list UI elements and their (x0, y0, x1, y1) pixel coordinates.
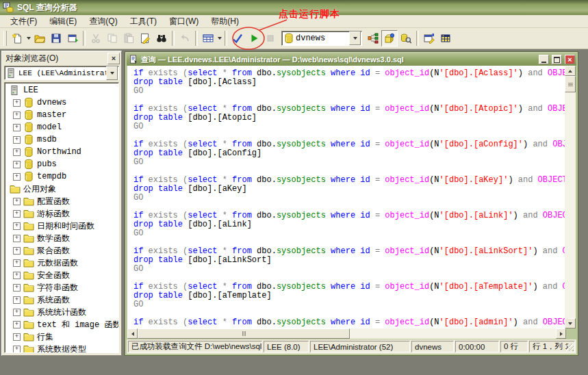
sql-editor[interactable]: if exists (select * from dbo.sysobjects … (127, 66, 566, 328)
expand-plus-icon[interactable]: + (13, 321, 21, 328)
tree-item-config-functions[interactable]: +配置函数 (5, 195, 118, 207)
expand-plus-icon[interactable]: + (13, 124, 21, 131)
find-icon (156, 33, 167, 44)
server-combo-arrow[interactable] (106, 66, 118, 80)
tree-item-lee-server[interactable]: LEE (5, 84, 118, 96)
clear-window-button[interactable] (137, 30, 153, 47)
object-search-button[interactable] (398, 30, 414, 47)
expand-plus-icon[interactable]: + (13, 148, 21, 156)
scroll-left-button[interactable] (127, 328, 138, 339)
execute-query-button[interactable] (246, 30, 262, 47)
find-button[interactable] (153, 30, 170, 47)
menu-window[interactable]: 窗口(W) (163, 14, 205, 29)
play-icon (248, 33, 259, 44)
tree-item-aggregate-functions[interactable]: +聚合函数 (5, 244, 118, 257)
tree-item-metadata-functions[interactable]: +元数据函数 (5, 257, 118, 269)
expand-plus-icon[interactable]: + (13, 333, 21, 341)
expand-plus-icon[interactable]: + (13, 346, 21, 353)
tree-item-common-objects[interactable]: 公用对象 (5, 183, 118, 195)
expand-plus-icon[interactable]: + (13, 235, 21, 242)
parse-query-button[interactable] (229, 30, 246, 47)
object-browser-toggle-button[interactable] (381, 30, 398, 47)
scroll-right-button[interactable] (556, 328, 566, 339)
folder-icon (23, 319, 34, 330)
database-icon (23, 122, 34, 133)
tree-item-security-functions[interactable]: +安全函数 (5, 269, 118, 281)
server-combo[interactable]: LEE (LEE\Administrat (4, 66, 119, 80)
save-icon (51, 33, 62, 44)
new-query-button-dropdown[interactable] (25, 30, 31, 47)
connection-properties-button[interactable] (421, 30, 437, 47)
expand-plus-icon[interactable]: + (13, 161, 21, 168)
expand-plus-icon[interactable]: + (13, 272, 21, 279)
execute-mode-button[interactable] (200, 30, 216, 47)
code-line: drop table [dbo].[Atopic] (133, 114, 566, 122)
object-browser-title: 对象浏览器(O) (5, 53, 107, 64)
execute-mode-button-dropdown[interactable] (216, 30, 222, 47)
tree-item-model[interactable]: +model (5, 121, 118, 133)
expand-plus-icon[interactable]: + (13, 198, 21, 205)
expand-plus-icon[interactable]: + (13, 284, 21, 292)
folder-icon (23, 282, 34, 293)
menu-help[interactable]: 帮助(H) (205, 14, 245, 29)
object-browser-icon (384, 33, 395, 44)
expand-plus-icon[interactable]: + (13, 173, 21, 181)
tree-item-pubs[interactable]: +pubs (5, 158, 118, 170)
tree-item-system-functions[interactable]: +系统函数 (5, 294, 118, 306)
new-query-icon (12, 33, 23, 44)
tree-item-string-functions[interactable]: +字符串函数 (5, 281, 118, 294)
execution-plan-button[interactable] (365, 30, 381, 47)
expand-plus-icon[interactable]: + (13, 210, 21, 218)
open-folder-icon (34, 33, 45, 44)
horizontal-scrollbar[interactable] (127, 328, 566, 339)
expand-plus-icon[interactable]: + (13, 112, 21, 119)
expand-plus-icon[interactable]: + (13, 259, 21, 267)
database-combo-arrow[interactable] (349, 31, 361, 45)
menu-file[interactable]: 文件(F) (4, 14, 43, 29)
menu-tools[interactable]: 工具(T) (124, 14, 163, 29)
expand-plus-icon[interactable]: + (13, 296, 21, 304)
tree-item-msdb[interactable]: +msdb (5, 133, 118, 146)
expand-plus-icon[interactable]: + (13, 136, 21, 144)
vertical-scrollbar[interactable] (565, 66, 576, 328)
manage-statistics-button[interactable] (437, 30, 454, 47)
close-button[interactable]: × (565, 55, 575, 64)
horizontal-scroll-thumb[interactable] (138, 328, 350, 339)
expand-plus-icon[interactable]: + (13, 99, 21, 107)
database-icon (23, 97, 34, 108)
menu-edit[interactable]: 编辑(E) (43, 14, 83, 29)
expand-plus-icon[interactable]: + (13, 309, 21, 316)
tree-item-dvnews[interactable]: +dvnews (5, 96, 118, 109)
expand-plus-icon[interactable]: + (13, 247, 21, 255)
restore-button[interactable] (552, 55, 562, 64)
code-line: GO (133, 229, 566, 238)
scroll-down-button[interactable] (565, 318, 576, 328)
insert-template-button[interactable] (64, 30, 81, 47)
expand-plus-icon[interactable]: + (13, 222, 21, 230)
tree-item-cursor-functions[interactable]: +游标函数 (5, 207, 118, 220)
save-button[interactable] (48, 30, 64, 47)
tree-item-system-data-types[interactable]: +系统数据类型 (5, 343, 118, 353)
toolbar-separator (416, 31, 419, 46)
tree-item-system-statistical-functions[interactable]: +系统统计函数 (5, 306, 118, 318)
tree-item-tempdb[interactable]: +tempdb (5, 170, 118, 183)
tree-item-northwind[interactable]: +Northwind (5, 146, 118, 158)
menu-query[interactable]: 查询(Q) (83, 14, 123, 29)
tree-item-datetime-functions[interactable]: +日期和时间函数 (5, 220, 118, 232)
tree-item-math-functions[interactable]: +数学函数 (5, 232, 118, 244)
folder-icon (23, 294, 34, 305)
open-button[interactable] (31, 30, 48, 47)
folder-icon (23, 208, 34, 219)
tree-item-master[interactable]: +master (5, 109, 118, 121)
resize-grip[interactable] (566, 344, 574, 351)
tree-item-rowset[interactable]: +行集 (5, 331, 118, 343)
status-rows: 0 行 (500, 341, 528, 352)
tree-item-text-image-functions[interactable]: +text 和 image 函数 (5, 318, 118, 331)
minimize-button[interactable] (539, 55, 549, 64)
conn-props-icon (424, 33, 435, 44)
new-query-button[interactable] (9, 30, 25, 47)
scroll-up-button[interactable] (565, 66, 576, 76)
object-browser-close-button[interactable]: × (107, 53, 120, 64)
vertical-scroll-thumb[interactable] (565, 76, 576, 92)
database-combo[interactable]: dvnews (281, 31, 362, 46)
